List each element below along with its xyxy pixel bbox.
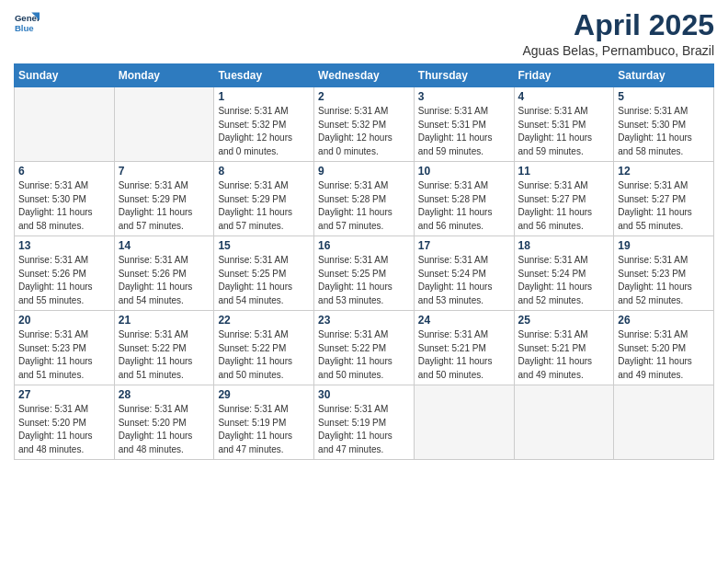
- week-row-4: 27Sunrise: 5:31 AMSunset: 5:20 PMDayligh…: [15, 385, 714, 460]
- calendar-cell: [114, 87, 214, 162]
- calendar-cell: 25Sunrise: 5:31 AMSunset: 5:21 PMDayligh…: [514, 311, 614, 385]
- calendar-cell: 9Sunrise: 5:31 AMSunset: 5:28 PMDaylight…: [314, 162, 415, 236]
- day-detail: Sunrise: 5:31 AMSunset: 5:28 PMDaylight:…: [318, 179, 410, 233]
- day-number: 10: [418, 165, 510, 178]
- day-detail: Sunrise: 5:31 AMSunset: 5:31 PMDaylight:…: [518, 105, 610, 158]
- day-detail: Sunrise: 5:31 AMSunset: 5:25 PMDaylight:…: [218, 254, 310, 307]
- week-row-1: 6Sunrise: 5:31 AMSunset: 5:30 PMDaylight…: [15, 162, 714, 236]
- day-number: 29: [218, 388, 310, 401]
- calendar-cell: 23Sunrise: 5:31 AMSunset: 5:22 PMDayligh…: [314, 311, 415, 385]
- calendar-cell: 26Sunrise: 5:31 AMSunset: 5:20 PMDayligh…: [614, 311, 714, 385]
- calendar-cell: 2Sunrise: 5:31 AMSunset: 5:32 PMDaylight…: [314, 87, 415, 162]
- day-number: 20: [18, 314, 110, 327]
- calendar-cell: 24Sunrise: 5:31 AMSunset: 5:21 PMDayligh…: [414, 311, 514, 385]
- day-number: 11: [518, 165, 610, 178]
- day-number: 4: [518, 90, 610, 103]
- page: General Blue April 2025 Aguas Belas, Per…: [0, 0, 728, 563]
- day-number: 18: [518, 239, 610, 252]
- weekday-header-monday: Monday: [114, 64, 214, 87]
- day-detail: Sunrise: 5:31 AMSunset: 5:24 PMDaylight:…: [518, 254, 610, 307]
- calendar-cell: 11Sunrise: 5:31 AMSunset: 5:27 PMDayligh…: [514, 162, 614, 236]
- calendar-cell: 30Sunrise: 5:31 AMSunset: 5:19 PMDayligh…: [314, 385, 415, 460]
- day-detail: Sunrise: 5:31 AMSunset: 5:27 PMDaylight:…: [518, 179, 610, 233]
- day-number: 16: [318, 239, 410, 252]
- day-detail: Sunrise: 5:31 AMSunset: 5:21 PMDaylight:…: [418, 328, 510, 382]
- calendar-cell: 28Sunrise: 5:31 AMSunset: 5:20 PMDayligh…: [114, 385, 214, 460]
- day-number: 5: [618, 90, 710, 103]
- calendar-cell: 14Sunrise: 5:31 AMSunset: 5:26 PMDayligh…: [114, 236, 214, 311]
- weekday-header-saturday: Saturday: [614, 64, 714, 87]
- day-number: 1: [218, 90, 310, 103]
- calendar-cell: 20Sunrise: 5:31 AMSunset: 5:23 PMDayligh…: [15, 311, 115, 385]
- day-detail: Sunrise: 5:31 AMSunset: 5:22 PMDaylight:…: [119, 328, 210, 382]
- calendar-cell: 17Sunrise: 5:31 AMSunset: 5:24 PMDayligh…: [414, 236, 514, 311]
- day-number: 14: [119, 239, 210, 252]
- day-number: 13: [18, 239, 110, 252]
- calendar-cell: 8Sunrise: 5:31 AMSunset: 5:29 PMDaylight…: [214, 162, 314, 236]
- header: General Blue April 2025 Aguas Belas, Per…: [14, 9, 714, 58]
- weekday-header-friday: Friday: [514, 64, 614, 87]
- day-detail: Sunrise: 5:31 AMSunset: 5:21 PMDaylight:…: [518, 328, 610, 382]
- day-detail: Sunrise: 5:31 AMSunset: 5:26 PMDaylight:…: [119, 254, 210, 307]
- day-number: 25: [518, 314, 610, 327]
- day-detail: Sunrise: 5:31 AMSunset: 5:32 PMDaylight:…: [318, 105, 410, 158]
- day-number: 27: [18, 388, 110, 401]
- day-number: 9: [318, 165, 410, 178]
- calendar-cell: 16Sunrise: 5:31 AMSunset: 5:25 PMDayligh…: [314, 236, 415, 311]
- weekday-header-sunday: Sunday: [15, 64, 115, 87]
- calendar-cell: 13Sunrise: 5:31 AMSunset: 5:26 PMDayligh…: [15, 236, 115, 311]
- day-detail: Sunrise: 5:31 AMSunset: 5:20 PMDaylight:…: [119, 403, 210, 456]
- day-detail: Sunrise: 5:31 AMSunset: 5:23 PMDaylight:…: [618, 254, 710, 307]
- calendar-cell: 10Sunrise: 5:31 AMSunset: 5:28 PMDayligh…: [414, 162, 514, 236]
- day-detail: Sunrise: 5:31 AMSunset: 5:29 PMDaylight:…: [119, 179, 210, 233]
- calendar-cell: 12Sunrise: 5:31 AMSunset: 5:27 PMDayligh…: [614, 162, 714, 236]
- calendar-cell: 1Sunrise: 5:31 AMSunset: 5:32 PMDaylight…: [214, 87, 314, 162]
- day-number: 30: [318, 388, 410, 401]
- day-detail: Sunrise: 5:31 AMSunset: 5:25 PMDaylight:…: [318, 254, 410, 307]
- week-row-2: 13Sunrise: 5:31 AMSunset: 5:26 PMDayligh…: [15, 236, 714, 311]
- day-detail: Sunrise: 5:31 AMSunset: 5:22 PMDaylight:…: [218, 328, 310, 382]
- calendar-cell: 22Sunrise: 5:31 AMSunset: 5:22 PMDayligh…: [214, 311, 314, 385]
- calendar-cell: 18Sunrise: 5:31 AMSunset: 5:24 PMDayligh…: [514, 236, 614, 311]
- calendar-cell: 3Sunrise: 5:31 AMSunset: 5:31 PMDaylight…: [414, 87, 514, 162]
- day-number: 17: [418, 239, 510, 252]
- day-number: 8: [218, 165, 310, 178]
- header-right: April 2025 Aguas Belas, Pernambuco, Braz…: [522, 9, 714, 58]
- svg-text:Blue: Blue: [15, 23, 34, 33]
- day-detail: Sunrise: 5:31 AMSunset: 5:20 PMDaylight:…: [618, 328, 710, 382]
- day-detail: Sunrise: 5:31 AMSunset: 5:29 PMDaylight:…: [218, 179, 310, 233]
- day-number: 15: [218, 239, 310, 252]
- weekday-header-row: SundayMondayTuesdayWednesdayThursdayFrid…: [15, 64, 714, 87]
- month-title: April 2025: [522, 9, 714, 41]
- week-row-0: 1Sunrise: 5:31 AMSunset: 5:32 PMDaylight…: [15, 87, 714, 162]
- day-detail: Sunrise: 5:31 AMSunset: 5:24 PMDaylight:…: [418, 254, 510, 307]
- calendar-cell: [15, 87, 115, 162]
- day-number: 12: [618, 165, 710, 178]
- calendar: SundayMondayTuesdayWednesdayThursdayFrid…: [14, 63, 714, 460]
- day-number: 22: [218, 314, 310, 327]
- day-detail: Sunrise: 5:31 AMSunset: 5:27 PMDaylight:…: [618, 179, 710, 233]
- day-detail: Sunrise: 5:31 AMSunset: 5:23 PMDaylight:…: [18, 328, 110, 382]
- day-detail: Sunrise: 5:31 AMSunset: 5:26 PMDaylight:…: [18, 254, 110, 307]
- calendar-cell: 29Sunrise: 5:31 AMSunset: 5:19 PMDayligh…: [214, 385, 314, 460]
- day-number: 26: [618, 314, 710, 327]
- day-number: 19: [618, 239, 710, 252]
- weekday-header-tuesday: Tuesday: [214, 64, 314, 87]
- calendar-cell: [414, 385, 514, 460]
- week-row-3: 20Sunrise: 5:31 AMSunset: 5:23 PMDayligh…: [15, 311, 714, 385]
- calendar-cell: 7Sunrise: 5:31 AMSunset: 5:29 PMDaylight…: [114, 162, 214, 236]
- day-number: 2: [318, 90, 410, 103]
- day-number: 3: [418, 90, 510, 103]
- day-number: 24: [418, 314, 510, 327]
- logo-icon: General Blue: [14, 9, 40, 35]
- calendar-cell: [514, 385, 614, 460]
- calendar-cell: 19Sunrise: 5:31 AMSunset: 5:23 PMDayligh…: [614, 236, 714, 311]
- day-detail: Sunrise: 5:31 AMSunset: 5:19 PMDaylight:…: [318, 403, 410, 456]
- weekday-header-wednesday: Wednesday: [314, 64, 415, 87]
- calendar-cell: 6Sunrise: 5:31 AMSunset: 5:30 PMDaylight…: [15, 162, 115, 236]
- day-number: 7: [119, 165, 210, 178]
- day-number: 23: [318, 314, 410, 327]
- day-detail: Sunrise: 5:31 AMSunset: 5:22 PMDaylight:…: [318, 328, 410, 382]
- day-number: 21: [119, 314, 210, 327]
- day-detail: Sunrise: 5:31 AMSunset: 5:28 PMDaylight:…: [418, 179, 510, 233]
